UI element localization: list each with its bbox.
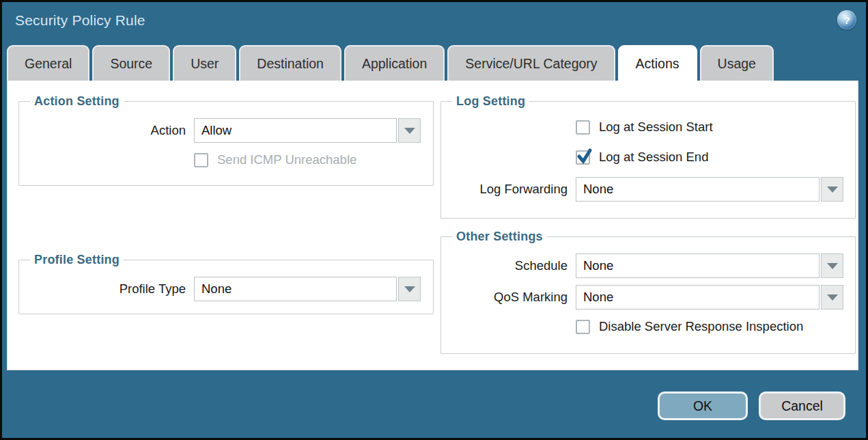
qos-marking-row: QoS Marking None <box>451 285 845 310</box>
tab-destination[interactable]: Destination <box>239 45 341 81</box>
chevron-down-icon <box>404 128 415 134</box>
icmp-row: Send ICMP Unreachable <box>194 152 423 167</box>
qos-marking-dropdown-button[interactable] <box>821 285 843 310</box>
action-label: Action <box>29 123 194 138</box>
chevron-down-icon <box>827 263 838 269</box>
log-setting-title: Log Setting <box>452 94 529 109</box>
tab-label: Application <box>362 56 427 72</box>
log-at-session-end-checkbox[interactable] <box>576 150 590 165</box>
log-session-start-row: Log at Session Start <box>576 120 845 135</box>
tab-label: General <box>25 56 72 72</box>
profile-setting-title: Profile Setting <box>30 253 124 267</box>
log-at-session-end-label: Log at Session End <box>599 150 708 165</box>
log-session-end-row: Log at Session End <box>576 150 845 165</box>
chevron-down-icon <box>827 187 838 193</box>
tab-usage[interactable]: Usage <box>700 45 774 81</box>
tab-actions[interactable]: Actions <box>618 45 697 81</box>
log-forwarding-dropdown-button[interactable] <box>821 177 843 202</box>
profile-type-row: Profile Type None <box>29 277 423 301</box>
log-forwarding-dropdown-value: None <box>576 177 820 202</box>
tab-label: Source <box>110 56 152 72</box>
schedule-dropdown-button[interactable] <box>821 253 843 278</box>
tab-source[interactable]: Source <box>92 45 170 81</box>
profile-type-dropdown-value: None <box>194 277 397 301</box>
disable-server-response-inspection-checkbox[interactable] <box>576 320 590 334</box>
log-at-session-start-label: Log at Session Start <box>599 120 713 135</box>
action-setting-title: Action Setting <box>30 94 124 109</box>
ok-button-label: OK <box>693 398 712 414</box>
tab-label: User <box>191 56 219 72</box>
action-row: Action Allow <box>29 118 423 143</box>
tab-general[interactable]: General <box>7 45 89 81</box>
log-setting-group: Log Setting Log at Session Start Log at … <box>440 94 856 219</box>
log-forwarding-label: Log Forwarding <box>451 182 576 197</box>
schedule-row: Schedule None <box>451 253 845 278</box>
log-at-session-start-checkbox[interactable] <box>576 120 590 135</box>
profile-type-label: Profile Type <box>29 281 194 297</box>
tab-label: Usage <box>718 56 756 72</box>
send-icmp-unreachable-label: Send ICMP Unreachable <box>217 152 356 167</box>
checkmark-icon <box>576 148 593 165</box>
qos-marking-dropdown[interactable]: None <box>576 285 843 310</box>
profile-type-dropdown[interactable]: None <box>194 277 421 301</box>
tab-application[interactable]: Application <box>344 45 445 81</box>
log-forwarding-dropdown[interactable]: None <box>576 177 843 202</box>
log-forwarding-row: Log Forwarding None <box>451 177 845 202</box>
profile-type-dropdown-button[interactable] <box>398 277 421 301</box>
action-dropdown[interactable]: Allow <box>194 118 421 143</box>
qos-marking-dropdown-value: None <box>576 285 820 310</box>
schedule-label: Schedule <box>451 258 576 273</box>
security-policy-rule-dialog: Security Policy Rule ? General Source Us… <box>0 0 868 440</box>
other-settings-group: Other Settings Schedule None QoS Marking… <box>440 230 856 354</box>
help-glyph: ? <box>843 14 850 26</box>
tab-service-url-category[interactable]: Service/URL Category <box>447 45 615 81</box>
schedule-dropdown-value: None <box>576 253 820 278</box>
dialog-title: Security Policy Rule <box>15 12 145 29</box>
qos-marking-label: QoS Marking <box>451 290 576 305</box>
chevron-down-icon <box>404 286 415 292</box>
action-setting-group: Action Setting Action Allow Send ICMP Un… <box>18 94 434 186</box>
tab-content-panel: Action Setting Action Allow Send ICMP Un… <box>7 81 858 370</box>
tab-bar: General Source User Destination Applicat… <box>7 45 774 81</box>
action-dropdown-value: Allow <box>194 118 397 143</box>
ok-button[interactable]: OK <box>658 391 748 420</box>
disable-server-response-inspection-label: Disable Server Response Inspection <box>599 319 803 334</box>
tab-user[interactable]: User <box>173 45 236 81</box>
cancel-button-label: Cancel <box>781 398 823 414</box>
action-dropdown-button[interactable] <box>398 118 421 143</box>
tab-label: Service/URL Category <box>465 56 597 72</box>
cancel-button[interactable]: Cancel <box>759 391 845 420</box>
chevron-down-icon <box>827 294 838 301</box>
send-icmp-unreachable-checkbox <box>194 153 208 167</box>
tab-label: Destination <box>257 56 324 72</box>
other-settings-title: Other Settings <box>452 230 547 244</box>
schedule-dropdown[interactable]: None <box>576 253 843 278</box>
dsri-row: Disable Server Response Inspection <box>576 319 845 334</box>
tab-label: Actions <box>636 56 680 72</box>
help-icon[interactable]: ? <box>837 10 856 29</box>
profile-setting-group: Profile Setting Profile Type None <box>18 253 434 314</box>
